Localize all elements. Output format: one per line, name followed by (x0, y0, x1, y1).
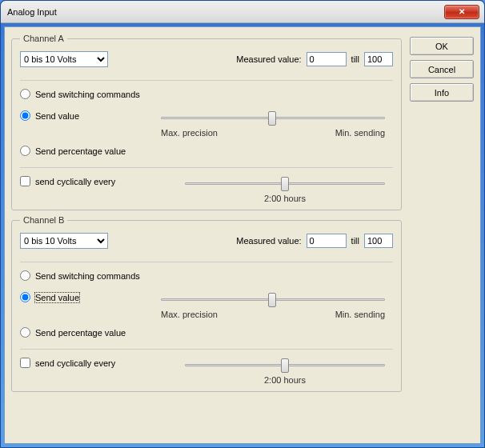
channel-a-measured-from[interactable] (307, 52, 347, 66)
slider-thumb[interactable] (281, 177, 289, 191)
client-area: Channel A 0 bis 10 Volts Measured value:… (4, 26, 481, 444)
channel-a-cyclic-row: send cyclically every 2:00 hours (20, 176, 393, 203)
channel-a-range-select[interactable]: 0 bis 10 Volts (20, 51, 108, 67)
measured-value-label: Measured value: (236, 54, 301, 64)
channel-b-cyclic-row: send cyclically every 2:00 hours (20, 358, 393, 385)
channel-b-measured-to[interactable] (364, 234, 393, 248)
cyclic-label: send cyclically every (35, 358, 115, 368)
channel-a-precision-slider-wrap: Max. precision Min. sending (161, 110, 385, 138)
channel-b-send-switching-row: Send switching commands (20, 270, 393, 281)
channel-b-send-switching-radio[interactable] (20, 270, 30, 281)
channel-b-measured-from[interactable] (307, 234, 347, 248)
channel-b-send-percentage-row: Send percentage value (20, 327, 393, 338)
till-label: till (351, 54, 359, 64)
channel-a-measured-to[interactable] (364, 52, 393, 66)
channel-b-cyclic-slider[interactable] (185, 358, 385, 374)
divider (20, 80, 393, 81)
channel-a-send-value-row: Send value Max. precision Min. sending (20, 110, 393, 138)
channel-b-legend: Channel B (20, 215, 67, 225)
send-value-label: Send value (35, 293, 79, 302)
window-title: Analog Input (7, 7, 444, 17)
send-percentage-label: Send percentage value (35, 328, 126, 338)
cancel-button[interactable]: Cancel (410, 60, 474, 78)
channel-a-send-value-radio[interactable] (20, 110, 30, 121)
send-switching-label: Send switching commands (35, 271, 140, 281)
min-sending-label: Min. sending (335, 310, 385, 319)
cyclic-label: send cyclically every (35, 177, 115, 186)
close-icon: ✕ (459, 7, 465, 16)
close-button[interactable]: ✕ (444, 5, 479, 19)
channel-b-cyclic-checkbox[interactable] (20, 358, 30, 368)
channel-a-cyclic-value: 2:00 hours (185, 194, 385, 203)
send-percentage-label: Send percentage value (35, 146, 126, 156)
max-precision-label: Max. precision (161, 310, 218, 319)
channel-a-send-switching-radio[interactable] (20, 89, 30, 99)
slider-thumb[interactable] (268, 293, 276, 307)
till-label: till (351, 236, 359, 246)
channel-b-top-row: 0 bis 10 Volts Measured value: till (20, 233, 393, 249)
channel-a-cyclic-checkbox[interactable] (20, 176, 30, 186)
slider-thumb[interactable] (268, 111, 276, 126)
titlebar: Analog Input ✕ (1, 1, 484, 23)
channel-b-send-value-radio[interactable] (20, 292, 30, 302)
channel-b-send-percentage-radio[interactable] (20, 327, 30, 338)
channel-b-range-select[interactable]: 0 bis 10 Volts (20, 233, 108, 249)
channel-b-send-value-row: Send value Max. precision Min. sending (20, 292, 393, 319)
channel-a-cyclic-slider-wrap: 2:00 hours (185, 176, 385, 203)
divider (20, 262, 393, 262)
divider (20, 349, 393, 350)
channel-a-precision-slider[interactable] (161, 110, 385, 126)
channel-a-legend: Channel A (20, 34, 67, 43)
channel-b-group: Channel B 0 bis 10 Volts Measured value:… (11, 215, 402, 392)
channel-b-cyclic-value: 2:00 hours (185, 375, 385, 385)
slider-thumb[interactable] (281, 358, 289, 373)
channel-b-precision-slider[interactable] (161, 292, 385, 308)
window: Analog Input ✕ Channel A 0 bis 10 Volts … (0, 0, 485, 448)
channel-a-cyclic-slider[interactable] (185, 176, 385, 192)
min-sending-label: Min. sending (335, 128, 385, 138)
side-column: OK Cancel Info (410, 34, 474, 437)
send-value-label: Send value (35, 111, 79, 121)
send-switching-label: Send switching commands (35, 90, 140, 99)
channel-b-precision-slider-wrap: Max. precision Min. sending (161, 292, 385, 319)
channel-a-send-switching-row: Send switching commands (20, 89, 393, 99)
ok-button[interactable]: OK (410, 37, 474, 55)
main-column: Channel A 0 bis 10 Volts Measured value:… (11, 34, 402, 437)
divider (20, 167, 393, 168)
channel-a-send-percentage-radio[interactable] (20, 146, 30, 156)
channel-b-cyclic-slider-wrap: 2:00 hours (185, 358, 385, 385)
channel-a-send-percentage-row: Send percentage value (20, 146, 393, 156)
info-button[interactable]: Info (410, 83, 474, 102)
measured-value-label: Measured value: (236, 236, 301, 246)
max-precision-label: Max. precision (161, 128, 218, 138)
channel-a-group: Channel A 0 bis 10 Volts Measured value:… (11, 34, 402, 210)
channel-a-top-row: 0 bis 10 Volts Measured value: till (20, 51, 393, 67)
